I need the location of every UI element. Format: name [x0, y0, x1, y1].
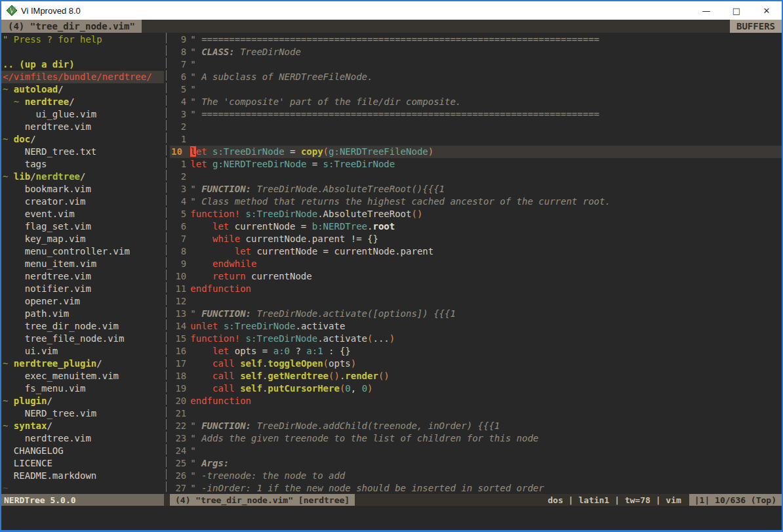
tree-item[interactable]: ui.vim	[1, 345, 164, 358]
token: /	[30, 171, 35, 182]
tree-item[interactable]: .. (up a dir)	[1, 58, 164, 71]
code-line[interactable]: 5function! s:TreeDirNode.AbsoluteTreeRoo…	[170, 208, 782, 220]
tree-item[interactable]: nerdtree.vim	[1, 432, 164, 445]
token	[190, 371, 212, 381]
tree-item[interactable]: </vimfiles/bundle/nerdtree/	[1, 71, 164, 83]
code-line[interactable]: 1let g:NERDTreeDirNode = s:TreeDirNode	[170, 158, 782, 171]
code-line[interactable]: 6" A subclass of NERDTreeFileNode.	[170, 71, 782, 83]
token: b:NERDTree	[312, 221, 367, 232]
code-line[interactable]: 2	[170, 171, 782, 183]
code-line[interactable]: 14unlet s:TreeDirNode.activate	[170, 320, 782, 333]
code-line[interactable]: 10 return currentNode	[170, 270, 782, 283]
vim-logo-icon	[7, 5, 17, 16]
code-line[interactable]: 11endfunction	[170, 283, 782, 295]
tree-item[interactable]: NERD_tree.vim	[1, 407, 164, 420]
tree-item[interactable]: ~ doc/	[1, 133, 164, 146]
code-line[interactable]: 20endfunction	[170, 395, 782, 407]
tree-item[interactable]: tree_file_node.vim	[1, 333, 164, 345]
tree-item[interactable]: ~ plugin/	[1, 395, 164, 407]
tree-item[interactable]: nerdtree.vim	[1, 121, 164, 133]
tree-item[interactable]: menu_controller.vim	[1, 245, 164, 258]
token: ~	[3, 171, 14, 182]
tree-item[interactable]: ui_glue.vim	[1, 108, 164, 121]
tree-item[interactable]: fs_menu.vim	[1, 382, 164, 395]
code-line[interactable]: 6 let currentNode = b:NERDTree.root	[170, 220, 782, 233]
code-line[interactable]: 22" FUNCTION: TreeDirNode.addChild(treen…	[170, 420, 782, 432]
code-line[interactable]: 19 call self.putCursorHere(0, 0)	[170, 382, 782, 395]
tree-item[interactable]: NERD_tree.txt	[1, 146, 164, 158]
code-line[interactable]: 15function! s:TreeDirNode.activate(...)	[170, 333, 782, 345]
code-line[interactable]: 7 while currentNode.parent != {}	[170, 233, 782, 245]
line-number: 3	[170, 183, 186, 195]
line-number: 2	[170, 121, 186, 133]
tree-item[interactable]: ~ syntax/	[1, 420, 164, 432]
code-line[interactable]: 12	[170, 295, 782, 308]
tree-item[interactable]: creator.vim	[1, 195, 164, 208]
tree-item[interactable]	[1, 46, 164, 58]
tree-item[interactable]: nerdtree.vim	[1, 270, 164, 283]
token: currentNode =	[229, 221, 311, 232]
buffers-label[interactable]: BUFFERS	[730, 20, 782, 33]
code-line[interactable]: 4" The 'composite' part of the file/dir …	[170, 96, 782, 108]
statusline-filler	[355, 494, 540, 506]
tree-item[interactable]: event.vim	[1, 208, 164, 220]
token: " ======================================…	[190, 109, 599, 119]
code-line[interactable]: 25" Args:	[170, 457, 782, 470]
token: function!	[190, 209, 240, 219]
maximize-button[interactable]: □	[721, 1, 752, 20]
code-line[interactable]: 23" Adds the given treenode to the list …	[170, 432, 782, 445]
code-line[interactable]: 9 endwhile	[170, 258, 782, 270]
code-line[interactable]: 27" -inOrder: 1 if the new node should b…	[170, 482, 782, 494]
code-line[interactable]: 13" FUNCTION: TreeDirNode.activate([opti…	[170, 308, 782, 320]
code-line[interactable]: 2	[170, 121, 782, 133]
code-line[interactable]: 8 let currentNode = currentNode.parent	[170, 245, 782, 258]
tree-item[interactable]: ~ autoload/	[1, 83, 164, 96]
code-line[interactable]: 7"	[170, 58, 782, 71]
tree-item[interactable]: path.vim	[1, 308, 164, 320]
tree-item[interactable]: README.markdown	[1, 470, 164, 482]
code-line[interactable]: 9" =====================================…	[170, 33, 782, 46]
tree-item[interactable]: " Press ? for help	[1, 33, 164, 46]
code-line[interactable]: 18 call self.getNerdtree().render()	[170, 370, 782, 382]
code-line[interactable]: 3" =====================================…	[170, 108, 782, 121]
code-line[interactable]: 1	[170, 133, 782, 146]
close-button[interactable]: ✕	[752, 1, 782, 20]
code-line[interactable]: 4" Class method that returns the highest…	[170, 195, 782, 208]
code-line[interactable]: 3" FUNCTION: TreeDirNode.AbsoluteTreeRoo…	[170, 183, 782, 195]
tab-tree-dir-node[interactable]: (4) "tree_dir_node.vim"	[1, 20, 142, 33]
code-line[interactable]: 26" -treenode: the node to add	[170, 470, 782, 482]
tree-item[interactable]: notifier.vim	[1, 283, 164, 295]
tree-item[interactable]: key_map.vim	[1, 233, 164, 245]
tree-item[interactable]: CHANGELOG	[1, 445, 164, 457]
tree-item[interactable]: LICENCE	[1, 457, 164, 470]
token	[240, 333, 245, 344]
token: tree_dir_node.vim	[3, 321, 119, 331]
code-line[interactable]: 8" CLASS: TreeDirNode	[170, 46, 782, 58]
minimize-button[interactable]: —	[691, 1, 721, 20]
tree-item[interactable]: exec_menuitem.vim	[1, 370, 164, 382]
token: event.vim	[3, 209, 75, 219]
command-line[interactable]	[1, 506, 782, 530]
code-line-current[interactable]: 10let s:TreeDirNode = copy(g:NERDTreeFil…	[170, 146, 782, 158]
tree-item[interactable]: tree_dir_node.vim	[1, 320, 164, 333]
tree-item[interactable]: tags	[1, 158, 164, 171]
tab-line: (4) "tree_dir_node.vim" BUFFERS	[1, 20, 782, 33]
tree-item[interactable]: ~ nerdtree/	[1, 96, 164, 108]
tree-item[interactable]: opener.vim	[1, 295, 164, 308]
code-line[interactable]: 16 let opts = a:0 ? a:1 : {}	[170, 345, 782, 358]
tree-item[interactable]: ~	[1, 482, 164, 494]
token: menu_item.vim	[3, 258, 96, 269]
tree-item[interactable]: bookmark.vim	[1, 183, 164, 195]
code-line[interactable]: 24"	[170, 445, 782, 457]
token	[218, 321, 223, 331]
window-split-separator[interactable]	[164, 33, 170, 494]
code-line[interactable]: 5"	[170, 83, 782, 96]
tree-item[interactable]: ~ nerdtree_plugin/	[1, 358, 164, 370]
tree-item[interactable]: ~ lib/nerdtree/	[1, 171, 164, 183]
token	[190, 258, 212, 269]
token: return	[212, 271, 246, 281]
code-line[interactable]: 17 call self.toggleOpen(opts)	[170, 358, 782, 370]
code-line[interactable]: 21	[170, 407, 782, 420]
tree-item[interactable]: flag_set.vim	[1, 220, 164, 233]
tree-item[interactable]: menu_item.vim	[1, 258, 164, 270]
